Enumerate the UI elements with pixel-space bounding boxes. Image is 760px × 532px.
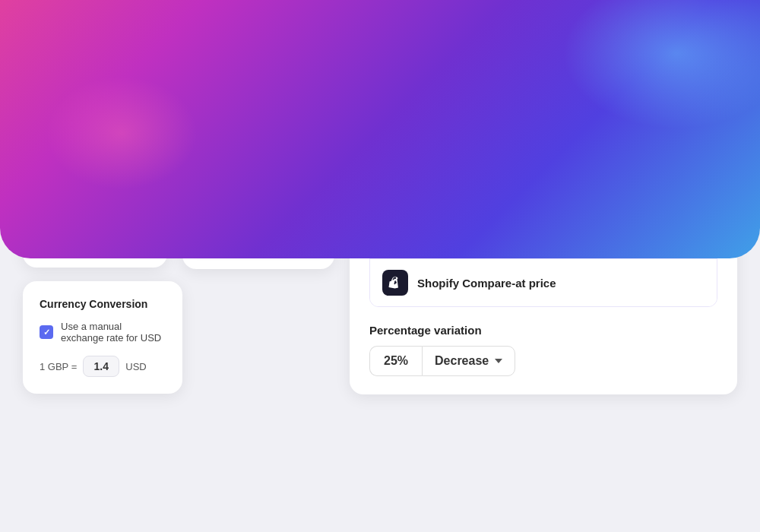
variation-section-label: Percentage variation (369, 324, 717, 337)
decrease-label: Decrease (435, 354, 489, 368)
decrease-dropdown-button[interactable]: Decrease (422, 346, 515, 376)
exchange-rate-checkbox[interactable] (40, 325, 53, 339)
currency-card: Currency Conversion Use a manual exchang… (23, 281, 182, 394)
exchange-rate-row: 1 GBP = 1.4 USD (40, 356, 166, 377)
exchange-rate-checkbox-row: Use a manual exchange rate for USD (40, 321, 166, 344)
percentage-variation-row: 25% Decrease (369, 346, 717, 376)
decrease-chevron-icon (495, 359, 502, 363)
gbp-label: 1 GBP = (40, 361, 77, 372)
currency-label: USD (125, 361, 146, 372)
shopify-compare-label: Shopify Compare-at price (417, 277, 705, 290)
percentage-value[interactable]: 25% (369, 346, 422, 376)
exchange-rate-label: Use a manual exchange rate for USD (61, 321, 166, 344)
shopify-compare-item[interactable]: Shopify Compare-at price (370, 259, 717, 306)
currency-title: Currency Conversion (40, 298, 166, 310)
exchange-rate-input[interactable]: 1.4 (83, 356, 119, 377)
shopify-compare-icon (382, 270, 408, 296)
